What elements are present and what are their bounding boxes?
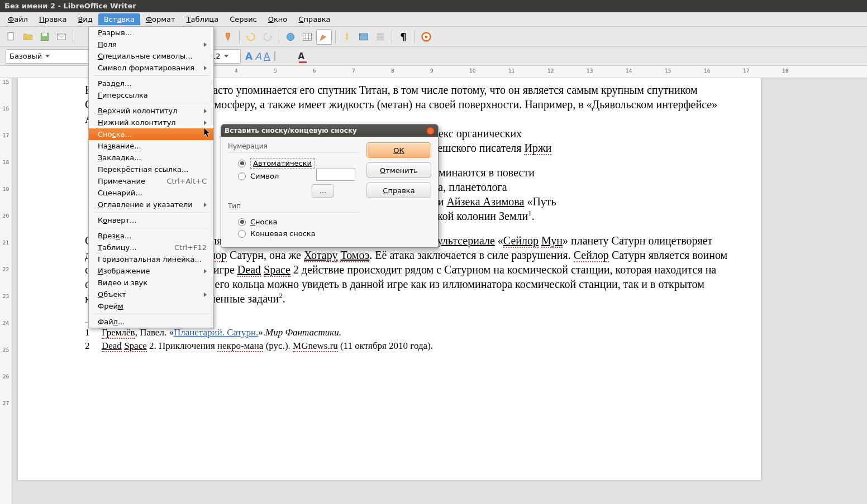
redo-button[interactable] [260, 29, 275, 45]
chevron-down-icon [224, 55, 228, 57]
close-icon[interactable] [426, 127, 435, 135]
gallery-button[interactable] [356, 29, 371, 45]
drawing-button[interactable] [316, 29, 332, 45]
menu-item[interactable]: Оглавление и указатели [89, 199, 213, 210]
menu-item[interactable]: Закладка... [89, 152, 213, 164]
email-button[interactable] [54, 29, 69, 45]
datasource-button[interactable] [373, 29, 388, 45]
bold-button[interactable]: A [245, 51, 253, 62]
symbol-picker-button[interactable]: ... [312, 184, 334, 198]
paragraph-style-value: Базовый [9, 52, 42, 60]
menu-правка[interactable]: Правка [34, 13, 72, 25]
vertical-ruler[interactable]: 15161718192021222324252627 [0, 78, 12, 504]
menu-item[interactable]: Нижний колонтитул [89, 117, 213, 128]
svg-rect-7 [303, 33, 312, 40]
svg-rect-11 [377, 39, 384, 40]
menu-item[interactable]: Раздел... [89, 78, 213, 89]
menu-вставка[interactable]: Вставка [98, 13, 140, 25]
menu-item[interactable]: Изображение [89, 265, 213, 277]
svg-rect-10 [377, 36, 384, 38]
open-button[interactable] [20, 29, 36, 45]
svg-point-6 [287, 33, 294, 40]
nonprinting-button[interactable]: ¶ [396, 29, 411, 45]
menu-item[interactable]: ПримечаниеCtrl+Alt+C [89, 175, 213, 187]
menu-item[interactable]: Поля [89, 39, 213, 50]
paragraph-style-combo[interactable]: Базовый [6, 49, 95, 64]
align-left-button[interactable] [274, 51, 275, 61]
menu-item[interactable]: Объект [89, 289, 213, 300]
footnote[interactable]: 1 Гремлёв, Павел. «Планетарий. Сатурн.».… [85, 327, 741, 339]
table-button[interactable] [299, 29, 315, 45]
help-button[interactable] [418, 29, 434, 45]
menu-сервис[interactable]: Сервис [224, 13, 263, 25]
chevron-down-icon [45, 55, 50, 57]
svg-rect-9 [377, 33, 384, 35]
radio-endnote[interactable]: Концевая сноска [228, 228, 360, 239]
undo-button[interactable] [243, 29, 259, 45]
menu-item[interactable]: Гиперссылка [89, 89, 213, 101]
cancel-button[interactable]: Отменить [366, 162, 431, 178]
underline-button[interactable]: A [264, 51, 270, 62]
italic-button[interactable]: A [255, 51, 261, 62]
menu-вид[interactable]: Вид [72, 13, 98, 25]
menu-item[interactable]: Верхний колонтитул [89, 105, 213, 117]
window-title: Без имени 2 - LibreOffice Writer [0, 0, 867, 12]
menu-окно[interactable]: Окно [263, 13, 293, 25]
navigator-button[interactable] [339, 29, 355, 45]
menu-таблица[interactable]: Таблица [181, 13, 225, 25]
svg-point-13 [425, 35, 428, 38]
menu-item[interactable]: Сноска... [89, 128, 213, 140]
svg-rect-8 [360, 33, 368, 40]
dialog-titlebar[interactable]: Вставить сноску/концевую сноску [221, 124, 438, 137]
menu-item[interactable]: Фрейм [89, 300, 213, 312]
footnote-link[interactable]: Планетарий. Сатурн. [174, 327, 258, 338]
menu-item[interactable]: Разрыв... [89, 27, 213, 39]
svg-rect-2 [42, 33, 47, 36]
help-button[interactable]: Справка [366, 183, 431, 198]
footnote-dialog: Вставить сноску/концевую сноску Нумераци… [221, 124, 439, 248]
menu-item[interactable]: Сценарий... [89, 187, 213, 199]
menu-справка[interactable]: Справка [293, 13, 336, 25]
menu-item[interactable]: Название... [89, 140, 213, 152]
type-group-label: Тип [228, 202, 360, 213]
dialog-title: Вставить сноску/концевую сноску [225, 127, 357, 135]
numbering-group-label: Нумерация [228, 142, 360, 153]
hyperlink-button[interactable] [283, 29, 298, 45]
symbol-input[interactable] [316, 169, 355, 181]
menu-item[interactable]: Видео и звук [89, 277, 213, 289]
clone-fmt-button[interactable] [220, 29, 236, 45]
menu-item[interactable]: Конверт... [89, 214, 213, 226]
menu-item[interactable]: Перекрёстная ссылка... [89, 164, 213, 175]
footnote[interactable]: 2 Dead Space 2. Приключения некро-мана (… [85, 340, 741, 352]
svg-rect-0 [8, 32, 13, 40]
menu-item[interactable]: Символ форматирования [89, 62, 213, 74]
menubar: ФайлПравкаВидВставкаФорматТаблицаСервисО… [0, 12, 867, 27]
insert-menu-dropdown: Разрыв...ПоляСпециальные символы...Симво… [88, 26, 214, 328]
ok-button[interactable]: ОК [366, 142, 431, 158]
menu-item[interactable]: Специальные символы... [89, 50, 213, 62]
menu-item[interactable]: Таблицу...Ctrl+F12 [89, 242, 213, 253]
menu-item[interactable]: Горизонтальная линейка... [89, 253, 213, 265]
menu-файл[interactable]: Файл [2, 13, 34, 25]
new-doc-button[interactable] [3, 29, 19, 45]
menu-формат[interactable]: Формат [140, 13, 181, 25]
radio-footnote[interactable]: Сноска [228, 216, 360, 228]
save-button[interactable] [37, 29, 53, 45]
menu-item[interactable]: Файл... [89, 316, 213, 328]
menu-item[interactable]: Врезка... [89, 230, 213, 242]
font-color-button[interactable]: A [298, 51, 312, 61]
